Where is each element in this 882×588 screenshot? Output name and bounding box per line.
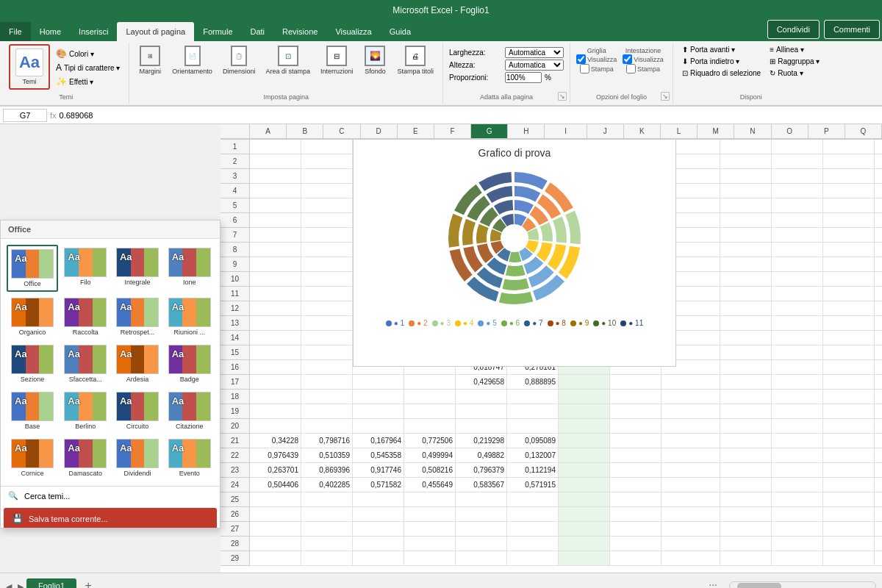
tab-visualizza[interactable]: Visualizza bbox=[326, 22, 380, 41]
cell-J14[interactable] bbox=[720, 331, 772, 345]
margini-btn[interactable]: ⊞ Margini bbox=[135, 44, 165, 76]
cell-D24[interactable]: 0,455649 bbox=[404, 478, 456, 492]
cell-E27[interactable] bbox=[456, 522, 507, 537]
cell-M27[interactable] bbox=[875, 522, 882, 537]
cell-J8[interactable] bbox=[720, 243, 772, 257]
cell-E28[interactable] bbox=[456, 537, 507, 551]
cell-J1[interactable] bbox=[720, 140, 772, 154]
cell-I28[interactable] bbox=[662, 537, 720, 551]
cell-K12[interactable] bbox=[772, 301, 823, 316]
cell-B6[interactable] bbox=[301, 213, 353, 228]
col-head-P[interactable]: P bbox=[808, 124, 845, 139]
cell-A5[interactable] bbox=[250, 198, 301, 213]
cell-B7[interactable] bbox=[301, 228, 353, 243]
cell-M11[interactable] bbox=[875, 287, 882, 301]
cell-J5[interactable] bbox=[720, 198, 772, 213]
cell-A25[interactable] bbox=[250, 492, 301, 507]
cell-E18[interactable] bbox=[456, 390, 507, 404]
cell-B16[interactable] bbox=[301, 360, 353, 375]
cell-J15[interactable] bbox=[720, 345, 772, 360]
salva-tema-item[interactable]: 💾 Salva tema corrente... bbox=[4, 508, 217, 528]
cell-F27[interactable] bbox=[507, 522, 559, 537]
cell-J12[interactable] bbox=[720, 301, 772, 316]
col-head-M[interactable]: M bbox=[698, 124, 734, 139]
cell-H28[interactable] bbox=[610, 537, 662, 551]
allinea-btn[interactable]: ≡ Allinea ▾ bbox=[767, 44, 822, 55]
cell-I25[interactable] bbox=[662, 492, 720, 507]
intestazione-visualizza-check[interactable] bbox=[623, 54, 632, 64]
raggruppa-btn[interactable]: ⊞ Raggruppa ▾ bbox=[767, 56, 822, 67]
cell-F18[interactable] bbox=[507, 390, 559, 404]
cell-A15[interactable] bbox=[250, 345, 301, 360]
cell-M10[interactable] bbox=[875, 272, 882, 287]
cell-J6[interactable] bbox=[720, 213, 772, 228]
cell-B2[interactable] bbox=[301, 154, 353, 169]
cell-L22[interactable] bbox=[823, 448, 875, 463]
proporzioni-input[interactable] bbox=[505, 72, 542, 83]
cell-M26[interactable] bbox=[875, 507, 882, 522]
cell-K3[interactable] bbox=[772, 169, 823, 184]
cell-L12[interactable] bbox=[823, 301, 875, 316]
cell-J23[interactable] bbox=[720, 463, 772, 478]
cell-C19[interactable] bbox=[353, 404, 404, 419]
cell-L4[interactable] bbox=[823, 184, 875, 198]
cell-M25[interactable] bbox=[875, 492, 882, 507]
cell-B24[interactable]: 0,402285 bbox=[301, 478, 353, 492]
cell-A2[interactable] bbox=[250, 154, 301, 169]
cell-E20[interactable] bbox=[456, 419, 507, 434]
cell-M22[interactable] bbox=[875, 448, 882, 463]
cell-A16[interactable] bbox=[250, 360, 301, 375]
cell-M14[interactable] bbox=[875, 331, 882, 345]
col-head-F[interactable]: F bbox=[434, 124, 471, 139]
col-head-J[interactable]: J bbox=[587, 124, 624, 139]
cell-B5[interactable] bbox=[301, 198, 353, 213]
theme-item-base[interactable]: AaBase bbox=[7, 389, 58, 433]
cell-C25[interactable] bbox=[353, 492, 404, 507]
tab-home[interactable]: Home bbox=[31, 22, 70, 41]
add-sheet-button[interactable]: + bbox=[79, 578, 97, 588]
cell-M17[interactable] bbox=[875, 375, 882, 390]
theme-item-dividendi[interactable]: AaDividendi bbox=[113, 436, 162, 480]
cell-D26[interactable] bbox=[404, 507, 456, 522]
cell-M7[interactable] bbox=[875, 228, 882, 243]
griglia-visualizza-check[interactable] bbox=[576, 54, 586, 64]
cell-A23[interactable]: 0,263701 bbox=[250, 463, 301, 478]
altezza-select[interactable]: Automatica bbox=[505, 60, 564, 71]
sfondo-btn[interactable]: 🌄 Sfondo bbox=[360, 44, 390, 76]
cell-M18[interactable] bbox=[875, 390, 882, 404]
cell-L21[interactable] bbox=[823, 434, 875, 448]
cell-B9[interactable] bbox=[301, 257, 353, 272]
cell-K25[interactable] bbox=[772, 492, 823, 507]
cell-B21[interactable]: 0,798716 bbox=[301, 434, 353, 448]
intestazione-stampa-check[interactable] bbox=[626, 64, 636, 74]
cell-K14[interactable] bbox=[772, 331, 823, 345]
cell-F29[interactable] bbox=[507, 551, 559, 566]
cell-J20[interactable] bbox=[720, 419, 772, 434]
cell-K26[interactable] bbox=[772, 507, 823, 522]
cell-I17[interactable] bbox=[662, 375, 720, 390]
theme-item-filo[interactable]: AaFilo bbox=[61, 245, 110, 292]
cell-M8[interactable] bbox=[875, 243, 882, 257]
cell-L10[interactable] bbox=[823, 272, 875, 287]
cell-F21[interactable]: 0,095089 bbox=[507, 434, 559, 448]
cell-B15[interactable] bbox=[301, 345, 353, 360]
theme-item-damascato[interactable]: AaDamascato bbox=[61, 436, 110, 480]
cell-D25[interactable] bbox=[404, 492, 456, 507]
cell-A11[interactable] bbox=[250, 287, 301, 301]
cell-G29[interactable] bbox=[559, 551, 610, 566]
cell-K22[interactable] bbox=[772, 448, 823, 463]
cell-M6[interactable] bbox=[875, 213, 882, 228]
cell-D22[interactable]: 0,499994 bbox=[404, 448, 456, 463]
cell-F24[interactable]: 0,571915 bbox=[507, 478, 559, 492]
cell-I23[interactable] bbox=[662, 463, 720, 478]
cell-B14[interactable] bbox=[301, 331, 353, 345]
tab-file[interactable]: File bbox=[0, 22, 31, 41]
col-head-E[interactable]: E bbox=[398, 124, 434, 139]
cell-M4[interactable] bbox=[875, 184, 882, 198]
cell-E23[interactable]: 0,796379 bbox=[456, 463, 507, 478]
cell-H20[interactable] bbox=[610, 419, 662, 434]
cerca-temi-item[interactable]: 🔍 Cerca temi... bbox=[1, 487, 220, 505]
cell-D23[interactable]: 0,508216 bbox=[404, 463, 456, 478]
cell-L1[interactable] bbox=[823, 140, 875, 154]
cell-I29[interactable] bbox=[662, 551, 720, 566]
